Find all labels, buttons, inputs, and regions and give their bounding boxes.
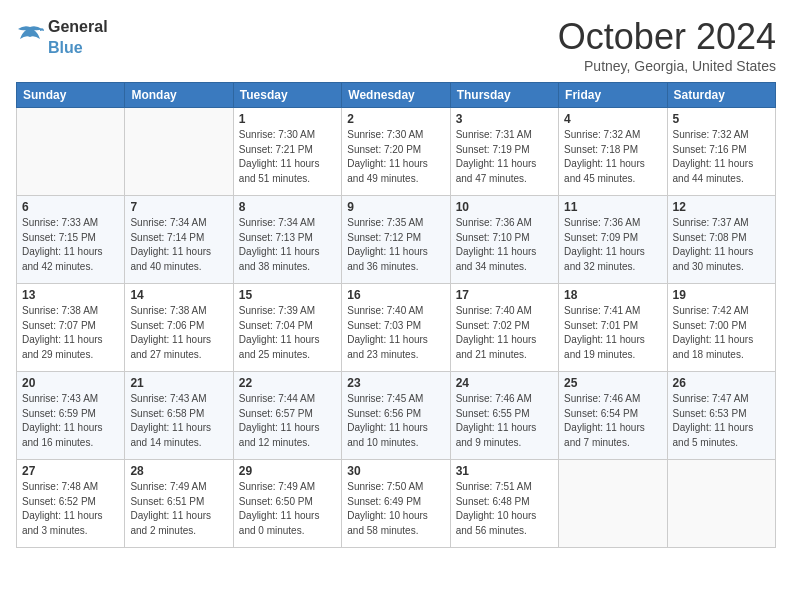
weekday-header-cell: Sunday <box>17 83 125 108</box>
day-number: 7 <box>130 200 227 214</box>
day-number: 6 <box>22 200 119 214</box>
calendar-day-cell: 28Sunrise: 7:49 AM Sunset: 6:51 PM Dayli… <box>125 460 233 548</box>
day-info: Sunrise: 7:35 AM Sunset: 7:12 PM Dayligh… <box>347 216 444 274</box>
calendar-day-cell: 5Sunrise: 7:32 AM Sunset: 7:16 PM Daylig… <box>667 108 775 196</box>
calendar-day-cell: 7Sunrise: 7:34 AM Sunset: 7:14 PM Daylig… <box>125 196 233 284</box>
page-header: General Blue October 2024 Putney, Georgi… <box>16 16 776 74</box>
day-number: 26 <box>673 376 770 390</box>
calendar-day-cell: 21Sunrise: 7:43 AM Sunset: 6:58 PM Dayli… <box>125 372 233 460</box>
day-info: Sunrise: 7:50 AM Sunset: 6:49 PM Dayligh… <box>347 480 444 538</box>
calendar-day-cell: 26Sunrise: 7:47 AM Sunset: 6:53 PM Dayli… <box>667 372 775 460</box>
weekday-header-cell: Friday <box>559 83 667 108</box>
day-number: 5 <box>673 112 770 126</box>
weekday-header-row: SundayMondayTuesdayWednesdayThursdayFrid… <box>17 83 776 108</box>
day-number: 3 <box>456 112 553 126</box>
day-info: Sunrise: 7:46 AM Sunset: 6:54 PM Dayligh… <box>564 392 661 450</box>
calendar-day-cell <box>125 108 233 196</box>
day-info: Sunrise: 7:34 AM Sunset: 7:14 PM Dayligh… <box>130 216 227 274</box>
calendar-day-cell: 22Sunrise: 7:44 AM Sunset: 6:57 PM Dayli… <box>233 372 341 460</box>
calendar-week-row: 6Sunrise: 7:33 AM Sunset: 7:15 PM Daylig… <box>17 196 776 284</box>
day-number: 29 <box>239 464 336 478</box>
weekday-header-cell: Wednesday <box>342 83 450 108</box>
day-number: 14 <box>130 288 227 302</box>
calendar-day-cell: 13Sunrise: 7:38 AM Sunset: 7:07 PM Dayli… <box>17 284 125 372</box>
day-info: Sunrise: 7:44 AM Sunset: 6:57 PM Dayligh… <box>239 392 336 450</box>
day-info: Sunrise: 7:36 AM Sunset: 7:10 PM Dayligh… <box>456 216 553 274</box>
calendar-day-cell <box>17 108 125 196</box>
day-number: 19 <box>673 288 770 302</box>
calendar-day-cell: 6Sunrise: 7:33 AM Sunset: 7:15 PM Daylig… <box>17 196 125 284</box>
day-number: 10 <box>456 200 553 214</box>
calendar-day-cell: 31Sunrise: 7:51 AM Sunset: 6:48 PM Dayli… <box>450 460 558 548</box>
day-info: Sunrise: 7:43 AM Sunset: 6:59 PM Dayligh… <box>22 392 119 450</box>
day-number: 30 <box>347 464 444 478</box>
day-number: 22 <box>239 376 336 390</box>
calendar-day-cell: 11Sunrise: 7:36 AM Sunset: 7:09 PM Dayli… <box>559 196 667 284</box>
calendar-day-cell: 2Sunrise: 7:30 AM Sunset: 7:20 PM Daylig… <box>342 108 450 196</box>
calendar-day-cell: 18Sunrise: 7:41 AM Sunset: 7:01 PM Dayli… <box>559 284 667 372</box>
day-info: Sunrise: 7:40 AM Sunset: 7:02 PM Dayligh… <box>456 304 553 362</box>
day-number: 16 <box>347 288 444 302</box>
calendar-week-row: 13Sunrise: 7:38 AM Sunset: 7:07 PM Dayli… <box>17 284 776 372</box>
day-number: 8 <box>239 200 336 214</box>
calendar-day-cell: 3Sunrise: 7:31 AM Sunset: 7:19 PM Daylig… <box>450 108 558 196</box>
day-number: 11 <box>564 200 661 214</box>
calendar-day-cell: 15Sunrise: 7:39 AM Sunset: 7:04 PM Dayli… <box>233 284 341 372</box>
day-info: Sunrise: 7:34 AM Sunset: 7:13 PM Dayligh… <box>239 216 336 274</box>
day-info: Sunrise: 7:38 AM Sunset: 7:06 PM Dayligh… <box>130 304 227 362</box>
day-number: 15 <box>239 288 336 302</box>
logo-text: General Blue <box>48 16 108 57</box>
logo: General Blue <box>16 16 108 57</box>
day-info: Sunrise: 7:30 AM Sunset: 7:21 PM Dayligh… <box>239 128 336 186</box>
calendar-day-cell: 16Sunrise: 7:40 AM Sunset: 7:03 PM Dayli… <box>342 284 450 372</box>
weekday-header-cell: Saturday <box>667 83 775 108</box>
day-number: 23 <box>347 376 444 390</box>
calendar-day-cell: 20Sunrise: 7:43 AM Sunset: 6:59 PM Dayli… <box>17 372 125 460</box>
day-info: Sunrise: 7:32 AM Sunset: 7:16 PM Dayligh… <box>673 128 770 186</box>
day-number: 13 <box>22 288 119 302</box>
day-number: 12 <box>673 200 770 214</box>
day-info: Sunrise: 7:46 AM Sunset: 6:55 PM Dayligh… <box>456 392 553 450</box>
calendar-day-cell: 1Sunrise: 7:30 AM Sunset: 7:21 PM Daylig… <box>233 108 341 196</box>
day-number: 24 <box>456 376 553 390</box>
day-info: Sunrise: 7:45 AM Sunset: 6:56 PM Dayligh… <box>347 392 444 450</box>
day-number: 20 <box>22 376 119 390</box>
day-info: Sunrise: 7:40 AM Sunset: 7:03 PM Dayligh… <box>347 304 444 362</box>
day-info: Sunrise: 7:37 AM Sunset: 7:08 PM Dayligh… <box>673 216 770 274</box>
calendar-day-cell <box>559 460 667 548</box>
day-number: 21 <box>130 376 227 390</box>
day-info: Sunrise: 7:36 AM Sunset: 7:09 PM Dayligh… <box>564 216 661 274</box>
day-info: Sunrise: 7:43 AM Sunset: 6:58 PM Dayligh… <box>130 392 227 450</box>
calendar-day-cell <box>667 460 775 548</box>
location-text: Putney, Georgia, United States <box>558 58 776 74</box>
calendar-day-cell: 24Sunrise: 7:46 AM Sunset: 6:55 PM Dayli… <box>450 372 558 460</box>
day-info: Sunrise: 7:32 AM Sunset: 7:18 PM Dayligh… <box>564 128 661 186</box>
calendar-week-row: 27Sunrise: 7:48 AM Sunset: 6:52 PM Dayli… <box>17 460 776 548</box>
day-info: Sunrise: 7:31 AM Sunset: 7:19 PM Dayligh… <box>456 128 553 186</box>
title-block: October 2024 Putney, Georgia, United Sta… <box>558 16 776 74</box>
day-number: 27 <box>22 464 119 478</box>
day-number: 9 <box>347 200 444 214</box>
day-number: 28 <box>130 464 227 478</box>
day-number: 1 <box>239 112 336 126</box>
calendar-day-cell: 14Sunrise: 7:38 AM Sunset: 7:06 PM Dayli… <box>125 284 233 372</box>
day-info: Sunrise: 7:42 AM Sunset: 7:00 PM Dayligh… <box>673 304 770 362</box>
day-info: Sunrise: 7:51 AM Sunset: 6:48 PM Dayligh… <box>456 480 553 538</box>
weekday-header-cell: Thursday <box>450 83 558 108</box>
day-number: 18 <box>564 288 661 302</box>
day-number: 25 <box>564 376 661 390</box>
calendar-day-cell: 25Sunrise: 7:46 AM Sunset: 6:54 PM Dayli… <box>559 372 667 460</box>
day-info: Sunrise: 7:38 AM Sunset: 7:07 PM Dayligh… <box>22 304 119 362</box>
day-info: Sunrise: 7:30 AM Sunset: 7:20 PM Dayligh… <box>347 128 444 186</box>
calendar-week-row: 20Sunrise: 7:43 AM Sunset: 6:59 PM Dayli… <box>17 372 776 460</box>
day-info: Sunrise: 7:49 AM Sunset: 6:51 PM Dayligh… <box>130 480 227 538</box>
calendar-day-cell: 8Sunrise: 7:34 AM Sunset: 7:13 PM Daylig… <box>233 196 341 284</box>
logo-bird-icon <box>16 25 44 47</box>
calendar-day-cell: 30Sunrise: 7:50 AM Sunset: 6:49 PM Dayli… <box>342 460 450 548</box>
day-number: 17 <box>456 288 553 302</box>
weekday-header-cell: Tuesday <box>233 83 341 108</box>
day-info: Sunrise: 7:48 AM Sunset: 6:52 PM Dayligh… <box>22 480 119 538</box>
day-info: Sunrise: 7:33 AM Sunset: 7:15 PM Dayligh… <box>22 216 119 274</box>
calendar-table: SundayMondayTuesdayWednesdayThursdayFrid… <box>16 82 776 548</box>
calendar-day-cell: 10Sunrise: 7:36 AM Sunset: 7:10 PM Dayli… <box>450 196 558 284</box>
